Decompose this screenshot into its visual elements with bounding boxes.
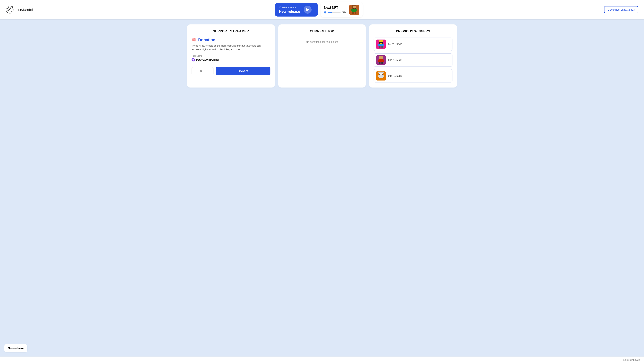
logo-icon: [6, 6, 14, 14]
svg-rect-26: [379, 46, 380, 48]
svg-rect-48: [383, 75, 384, 77]
footer: Musicmint 2023: [0, 356, 644, 363]
winner-thumbnail-2: [376, 55, 386, 65]
next-nft-info: Next NFT 51s: [324, 6, 346, 14]
donate-row: − + Donate: [192, 67, 270, 75]
pool-label: Pool Name: [192, 55, 270, 57]
no-donations-message: No donations per this minute: [283, 40, 362, 43]
svg-point-3: [9, 9, 10, 10]
donation-header: 🧠 Donation: [192, 38, 270, 42]
svg-rect-28: [379, 42, 383, 43]
svg-point-6: [12, 8, 13, 8]
svg-rect-27: [382, 46, 383, 48]
svg-rect-16: [355, 12, 356, 14]
donation-icon: 🧠: [192, 38, 196, 42]
logo-text: musicmint: [16, 7, 33, 12]
winner-address-1: 0xb7....53d3: [388, 43, 402, 46]
previous-winners-card: PREVIOUS WINNERS: [369, 24, 457, 88]
footer-text: Musicmint 2023: [623, 358, 640, 361]
donate-button[interactable]: Donate: [216, 67, 270, 75]
pool-name-row: POLYGON (MATIC): [192, 58, 270, 62]
svg-rect-13: [351, 9, 353, 11]
svg-rect-14: [356, 9, 357, 11]
svg-rect-47: [378, 75, 379, 77]
next-nft-title: Next NFT: [324, 6, 346, 10]
support-streamer-card: SUPPORT STREAMER 🧠 Donation These NFTs, …: [187, 24, 275, 88]
winner-address-3: 0xb7....53d3: [388, 74, 402, 77]
cards-row: SUPPORT STREAMER 🧠 Donation These NFTs, …: [187, 24, 457, 88]
previous-winners-title: PREVIOUS WINNERS: [374, 30, 452, 33]
nft-pixel-art: [349, 5, 360, 15]
svg-rect-31: [379, 56, 383, 58]
progress-time: 51s: [342, 11, 346, 14]
winner-item: 0xb7....53d3: [374, 69, 452, 82]
winner-item: 0xb7....53d3: [374, 38, 452, 51]
bottom-playlist-area: New-release: [0, 341, 644, 356]
quantity-input[interactable]: [198, 70, 207, 73]
quantity-increase-button[interactable]: +: [207, 68, 213, 75]
svg-rect-12: [352, 9, 356, 12]
quantity-control: − +: [192, 67, 214, 75]
header: musicmint Current stream: New-release Ne…: [0, 0, 644, 20]
svg-rect-36: [378, 60, 379, 62]
svg-rect-25: [383, 44, 384, 46]
svg-rect-49: [379, 78, 380, 80]
disconnect-button[interactable]: Disconnect 0xb7....53d3: [604, 6, 638, 13]
svg-rect-51: [378, 72, 384, 73]
winner-thumbnail-1: [376, 40, 386, 49]
svg-rect-39: [382, 62, 383, 64]
svg-rect-24: [378, 44, 379, 46]
header-center: Current stream: New-release Next NFT 51s: [275, 2, 362, 17]
svg-rect-38: [379, 62, 380, 64]
quantity-decrease-button[interactable]: −: [192, 68, 198, 75]
progress-row: 51s: [324, 11, 346, 14]
current-top-card: CURRENT TOP No donations per this minute: [278, 24, 366, 88]
playlist-item[interactable]: New-release: [4, 344, 27, 352]
support-streamer-title: SUPPORT STREAMER: [192, 30, 270, 33]
winner-address-2: 0xb7....53d3: [388, 58, 402, 62]
svg-rect-35: [378, 59, 383, 62]
nft-thumbnail: [349, 5, 360, 15]
progress-bar: [328, 12, 340, 13]
progress-bar-fill: [328, 12, 332, 13]
pool-name: POLYGON (MATIC): [196, 58, 219, 61]
svg-rect-37: [383, 60, 384, 62]
svg-rect-15: [352, 12, 354, 14]
next-nft-card: Next NFT 51s: [321, 2, 362, 17]
svg-rect-23: [378, 44, 383, 46]
svg-rect-9: [353, 6, 356, 8]
svg-rect-50: [382, 78, 383, 80]
progress-dot: [324, 11, 326, 14]
winner-pixel-art-3: [376, 71, 386, 80]
polygon-icon: [192, 58, 195, 62]
play-button[interactable]: [304, 6, 312, 14]
winner-list: 0xb7....53d3: [374, 38, 452, 82]
logo-area: musicmint: [6, 6, 33, 14]
winner-thumbnail-3: [376, 71, 386, 80]
current-stream-info: Current stream: New-release: [279, 6, 300, 14]
winner-pixel-art-2: [376, 55, 386, 65]
svg-rect-46: [378, 75, 383, 78]
donation-title: Donation: [198, 38, 215, 42]
main-content: SUPPORT STREAMER 🧠 Donation These NFTs, …: [0, 20, 644, 341]
winner-pixel-art-1: [376, 40, 386, 49]
current-stream-card: Current stream: New-release: [275, 3, 318, 16]
current-stream-name: New-release: [279, 10, 300, 14]
winner-item: 0xb7....53d3: [374, 53, 452, 67]
donation-description: These NFTs, created on the blockchain, h…: [192, 44, 270, 51]
current-top-title: CURRENT TOP: [283, 30, 362, 33]
current-stream-label: Current stream:: [279, 6, 300, 9]
